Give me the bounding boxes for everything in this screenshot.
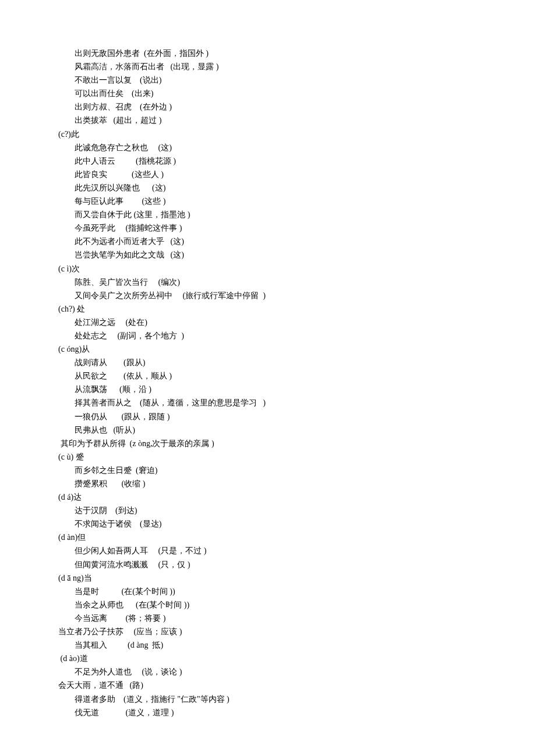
text-line: 风霜高洁，水落而石出者 (出现，显露 ): [58, 60, 478, 73]
text-line: 但闻黄河流水鸣溅溅 (只，仅 ): [58, 558, 478, 571]
text-line: 不足为外人道也 (说，谈论 ): [58, 665, 478, 679]
text-line: 而又尝自休于此 (这里，指墨池 ): [58, 208, 478, 221]
text-line: 不求闻达于诸侯 (显达): [58, 517, 478, 531]
text-line: 出则方叔、召虎 (在外边 ): [58, 100, 478, 114]
text-line: 攒蹙累积 (收缩 ): [58, 477, 478, 490]
text-line: 今虽死乎此 (指捕蛇这件事 ): [58, 221, 478, 235]
text-line: 不敢出一言以复 (说出): [58, 73, 478, 87]
text-line: 此诚危急存亡之秋也 (这): [58, 141, 478, 154]
text-line: 但少闲人如吾两人耳 (只是，不过 ): [58, 544, 478, 557]
text-line: 一狼仍从 (跟从，跟随 ): [58, 410, 478, 423]
text-line: 又间令吴广之次所旁丛祠中 (旅行或行军途中停留 ): [58, 289, 478, 302]
text-line: 处江湖之远 (处在): [58, 316, 478, 329]
text-line: 从民欲之 (依从，顺从 ): [58, 369, 478, 383]
text-line: (d ào)道: [58, 652, 478, 665]
text-line: 当余之从师也 (在(某个时间 )): [58, 598, 478, 612]
text-line: 此皆良实 (这些人 ): [58, 168, 478, 181]
text-line: 陈胜、吴广皆次当行 (编次): [58, 275, 478, 289]
text-line: 今当远离 (将；将要 ): [58, 612, 478, 625]
text-line: (c óng)从: [58, 342, 478, 356]
text-line: (d àn)但: [58, 531, 478, 544]
text-line: 会天大雨，道不通 (路): [58, 679, 478, 692]
text-line: 而乡邻之生日蹙 (窘迫): [58, 464, 478, 477]
text-line: 出类拔萃 (超出，超过 ): [58, 114, 478, 127]
text-line: 伐无道 (道义，道理 ): [58, 706, 478, 719]
text-line: 可以出而仕矣 (出来): [58, 87, 478, 100]
text-line: 此不为远者小而近者大乎 (这): [58, 235, 478, 248]
text-line: (c ì)次: [58, 262, 478, 275]
text-line: 择其善者而从之 (随从，遵循，这里的意思是学习 ): [58, 396, 478, 409]
text-line: 达于汉阴 (到达): [58, 504, 478, 517]
text-line: 当立者乃公子扶苏 (应当；应该 ): [58, 625, 478, 638]
text-line: 此中人语云 (指桃花源 ): [58, 154, 478, 168]
text-line: 得道者多助 (道义，指施行 "仁政"等内容 ): [58, 693, 478, 706]
text-line: 当是时 (在(某个时间 )): [58, 585, 478, 598]
text-line: (ch?) 处: [58, 302, 478, 316]
text-line: 从流飘荡 (顺，沿 ): [58, 383, 478, 396]
text-line: 此先汉所以兴隆也 (这): [58, 181, 478, 195]
text-line: (c ù) 蹙: [58, 450, 478, 464]
text-line: 当其租入 (d àng 抵): [58, 638, 478, 652]
text-line: (d á)达: [58, 490, 478, 504]
text-line: 出则无敌国外患者 (在外面，指国外 ): [58, 47, 478, 60]
text-line: 处处志之 (副词，各个地方 ): [58, 329, 478, 342]
document-body: 出则无敌国外患者 (在外面，指国外 )风霜高洁，水落而石出者 (出现，显露 )不…: [58, 47, 478, 719]
text-line: 每与臣认此事 (这些 ): [58, 195, 478, 208]
text-line: (c?)此: [58, 128, 478, 141]
text-line: 战则请从 (跟从): [58, 356, 478, 369]
text-line: 岂尝执笔学为如此之文哉 (这): [58, 248, 478, 262]
text-line: (d ā ng)当: [58, 571, 478, 585]
text-line: 民弗从也 (听从): [58, 423, 478, 437]
text-line: 其印为予群从所得 (z òng,次于最亲的亲属 ): [58, 437, 478, 450]
